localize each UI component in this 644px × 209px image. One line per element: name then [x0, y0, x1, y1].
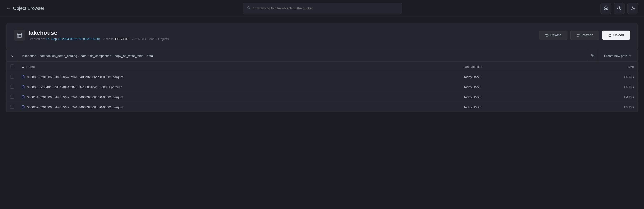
bucket-actions: Rewind Refresh Upload: [539, 31, 630, 40]
back-arrow-icon: ←: [6, 6, 11, 11]
main-content: lakehouse Created on: Fri, Sep 13 2024 0…: [0, 17, 644, 119]
select-all-checkbox[interactable]: [10, 65, 14, 68]
svg-rect-17: [592, 55, 594, 57]
last-modified-column-header[interactable]: Last Modified: [460, 62, 566, 72]
copy-path-button[interactable]: [588, 50, 598, 61]
breadcrumb-part-5[interactable]: data: [147, 54, 153, 58]
row-modified-cell-2: Today, 15:23: [460, 92, 566, 102]
create-new-path-button[interactable]: Create new path: [598, 50, 638, 61]
storage-info: 272.6 GiB - 79289 Objects: [132, 37, 169, 41]
breadcrumb-sep-0: /: [38, 54, 38, 58]
header-actions: [600, 3, 638, 14]
svg-point-0: [248, 7, 250, 9]
file-icon-0: [22, 75, 25, 79]
row-size-cell-1: 1.5 KiB: [566, 82, 638, 92]
row-checkbox-3[interactable]: [10, 105, 14, 109]
svg-point-4: [632, 7, 634, 9]
settings-button[interactable]: [600, 3, 612, 14]
table-header-row: ▲ Name Last Modified Size: [6, 62, 638, 72]
row-modified-cell-0: Today, 15:23: [460, 72, 566, 82]
bucket-title-area: lakehouse Created on: Fri, Sep 13 2024 0…: [14, 30, 169, 41]
row-filename-2[interactable]: 00001-1-32010065-7be3-4042-b9a1-9483c323…: [27, 95, 123, 99]
breadcrumb-part-4[interactable]: copy_on_write_table: [114, 54, 144, 58]
breadcrumb-part-3[interactable]: db_compaction: [90, 54, 111, 58]
row-checkbox-1[interactable]: [10, 85, 14, 89]
row-filename-1[interactable]: 00000-9-9c3540e6-bd5b-4044-9078-2f4f8809…: [27, 85, 122, 89]
breadcrumb-part-0[interactable]: lakehouse: [22, 54, 36, 58]
row-modified-cell-1: Today, 15:26: [460, 82, 566, 92]
table-row: 00000-0-32010065-7be3-4042-b9a1-9483c323…: [6, 72, 638, 82]
row-name-cell-3: 00002-2-32010065-7be3-4042-b9a1-9483c323…: [18, 102, 460, 112]
sort-icon: ▲: [22, 65, 25, 69]
svg-rect-13: [17, 33, 22, 37]
breadcrumb-sep-4: /: [145, 54, 146, 58]
created-date: Fri, Sep 13 2024 02:21:58 (GMT+5:30): [46, 37, 100, 41]
bucket-icon: [14, 30, 25, 41]
search-box: [243, 3, 402, 14]
row-size-cell-2: 1.4 KiB: [566, 92, 638, 102]
search-input[interactable]: [253, 7, 398, 10]
access-value: PRIVATE: [115, 37, 128, 41]
bucket-info: lakehouse Created on: Fri, Sep 13 2024 0…: [29, 30, 169, 41]
theme-button[interactable]: [627, 3, 638, 14]
row-filename-3[interactable]: 00002-2-32010065-7be3-4042-b9a1-9483c323…: [27, 105, 123, 109]
create-path-label: Create new path: [604, 54, 627, 58]
row-checkbox-cell-3: [6, 102, 18, 112]
size-column-header[interactable]: Size: [566, 62, 638, 72]
help-button[interactable]: [614, 3, 625, 14]
file-icon-1: [22, 85, 25, 89]
row-checkbox-2[interactable]: [10, 95, 14, 99]
breadcrumb-sep-3: /: [112, 54, 113, 58]
select-all-header: [6, 62, 18, 72]
refresh-label: Refresh: [582, 33, 593, 37]
bucket-card: lakehouse Created on: Fri, Sep 13 2024 0…: [6, 23, 638, 50]
table-row: 00001-1-32010065-7be3-4042-b9a1-9483c323…: [6, 92, 638, 102]
breadcrumb-sep-1: /: [78, 54, 79, 58]
row-size-cell-0: 1.5 KiB: [566, 72, 638, 82]
back-button[interactable]: ← Object Browser: [6, 6, 44, 11]
access-label: Access:: [103, 37, 114, 41]
breadcrumb-path: lakehouse / compaction_demo_catalog / da…: [18, 54, 588, 58]
breadcrumb-part-1[interactable]: compaction_demo_catalog: [40, 54, 77, 58]
upload-button[interactable]: Upload: [602, 31, 630, 40]
row-modified-cell-3: Today, 15:23: [460, 102, 566, 112]
row-checkbox-cell-2: [6, 92, 18, 102]
upload-label: Upload: [613, 33, 624, 37]
row-name-cell-1: 00000-9-9c3540e6-bd5b-4044-9078-2f4f8809…: [18, 82, 460, 92]
row-checkbox-cell-0: [6, 72, 18, 82]
row-size-cell-3: 1.5 KiB: [566, 102, 638, 112]
breadcrumb-back-button[interactable]: [6, 50, 18, 61]
search-container: [44, 3, 600, 14]
row-name-cell-2: 00001-1-32010065-7be3-4042-b9a1-9483c323…: [18, 92, 460, 102]
table-row: 00000-9-9c3540e6-bd5b-4044-9078-2f4f8809…: [6, 82, 638, 92]
header: ← Object Browser: [0, 0, 644, 17]
search-icon: [247, 6, 251, 11]
breadcrumb-bar: lakehouse / compaction_demo_catalog / da…: [6, 50, 638, 62]
table-row: 00002-2-32010065-7be3-4042-b9a1-9483c323…: [6, 102, 638, 112]
bucket-header: lakehouse Created on: Fri, Sep 13 2024 0…: [14, 30, 630, 41]
refresh-button[interactable]: Refresh: [570, 31, 599, 40]
svg-point-1: [606, 8, 606, 9]
row-checkbox-0[interactable]: [10, 75, 14, 79]
bucket-meta: Created on: Fri, Sep 13 2024 02:21:58 (G…: [29, 37, 169, 41]
file-icon-2: [22, 95, 25, 99]
objects-table: ▲ Name Last Modified Size: [6, 62, 638, 112]
app-title: Object Browser: [13, 6, 44, 11]
created-label: Created on:: [29, 37, 45, 41]
rewind-label: Rewind: [550, 33, 562, 37]
breadcrumb-part-2[interactable]: data: [80, 54, 86, 58]
name-column-header[interactable]: ▲ Name: [18, 62, 460, 72]
rewind-button[interactable]: Rewind: [539, 31, 568, 40]
bucket-name: lakehouse: [29, 30, 169, 36]
file-icon-3: [22, 105, 25, 109]
row-name-cell-0: 00000-0-32010065-7be3-4042-b9a1-9483c323…: [18, 72, 460, 82]
row-filename-0[interactable]: 00000-0-32010065-7be3-4042-b9a1-9483c323…: [27, 75, 123, 79]
breadcrumb-sep-2: /: [88, 54, 89, 58]
row-checkbox-cell-1: [6, 82, 18, 92]
